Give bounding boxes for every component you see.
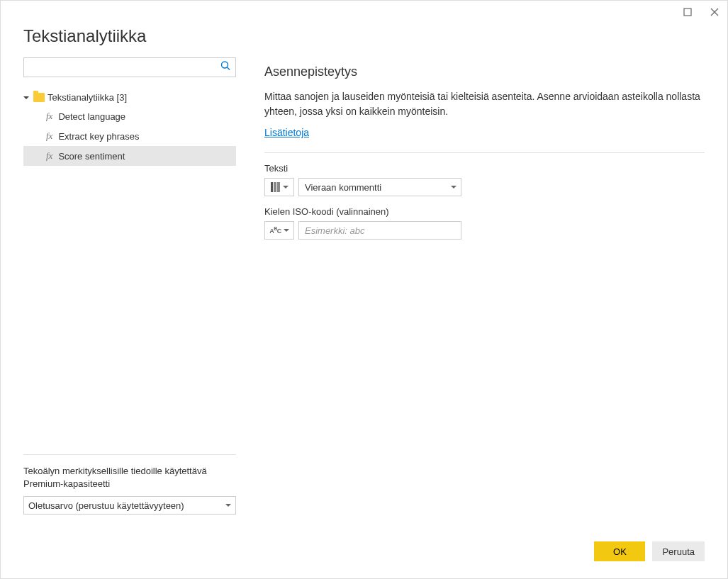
field-teksti: Teksti Vieraan kommentti [264,152,705,196]
search-input-wrap[interactable] [23,57,236,77]
section-description: Mittaa sanojen ja lauseiden myönteisiä t… [264,89,705,119]
tree-item-score-sentiment[interactable]: fx Score sentiment [23,146,236,166]
maximize-button[interactable] [682,6,693,18]
abc-icon: ABC [269,226,281,235]
capacity-select[interactable]: Oletusarvo (perustuu käytettävyyteen) [23,496,236,515]
expander-icon [23,96,29,99]
section-title: Asennepisteytys [264,64,705,79]
tree-item-label: Extract key phrases [58,131,139,142]
capacity-select-value: Oletusarvo (perustuu käytettävyyteen) [28,500,184,511]
type-selector-abc[interactable]: ABC [264,221,294,240]
kielen-iso-input[interactable] [298,221,461,240]
column-icon [271,182,281,192]
ok-button[interactable]: OK [594,541,645,561]
folder-icon [33,93,45,102]
dialog-title: Tekstianalytiikka [23,26,236,46]
learn-more-link[interactable]: Lisätietoja [264,127,309,138]
tree-group-label: Tekstianalytiikka [3] [47,92,127,103]
tree-item-detect-language[interactable]: fx Detect language [23,106,236,126]
tree-group-header[interactable]: Tekstianalytiikka [3] [23,89,236,106]
chevron-down-icon [225,504,231,507]
close-button[interactable] [709,6,720,18]
fx-icon: fx [46,111,52,122]
chevron-down-icon [283,186,289,189]
type-selector-column[interactable] [264,178,294,196]
function-tree: Tekstianalytiikka [3] fx Detect language… [23,89,236,166]
tree-item-label: Detect language [58,111,125,122]
select-value: Vieraan kommentti [305,182,381,193]
search-input[interactable] [24,58,235,77]
field-kielen-iso: Kielen ISO-koodi (valinnainen) ABC [264,206,705,240]
main-panel: Asennepisteytys Mittaa sanojen ja lausei… [236,26,705,529]
dialog-buttons: OK Peruuta [594,541,705,561]
fx-icon: fx [46,150,52,162]
teksti-value-select[interactable]: Vieraan kommentti [298,178,461,196]
capacity-label: Tekoälyn merkityksellisille tiedoille kä… [23,465,236,490]
sidebar: Tekstianalytiikka Tekstianalytiikka [3] … [23,26,236,529]
tree-item-label: Score sentiment [58,151,125,162]
field-label: Kielen ISO-koodi (valinnainen) [264,206,705,217]
svg-rect-0 [684,9,691,16]
tree-item-extract-key-phrases[interactable]: fx Extract key phrases [23,126,236,146]
chevron-down-icon [451,186,457,189]
fx-icon: fx [46,130,52,142]
sidebar-footer: Tekoälyn merkityksellisille tiedoille kä… [23,454,236,529]
cancel-button[interactable]: Peruuta [652,541,705,561]
field-label: Teksti [264,163,705,174]
chevron-down-icon [284,229,289,232]
